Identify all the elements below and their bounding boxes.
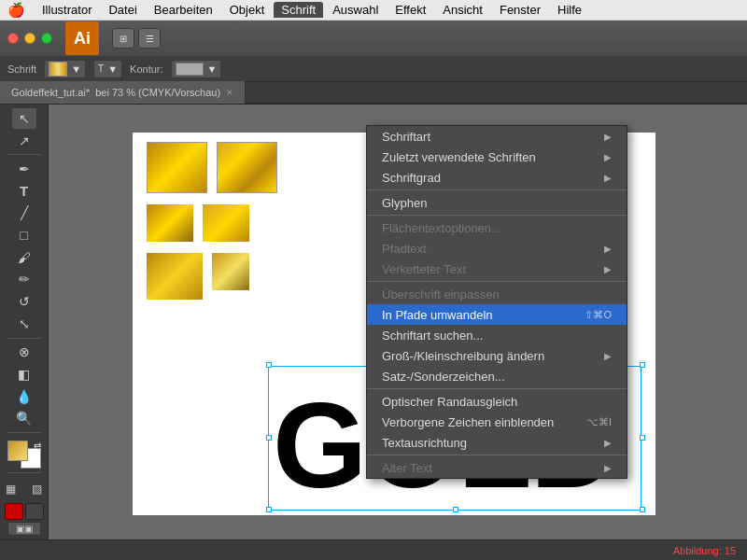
menu-item-schriftgrad[interactable]: Schriftgrad▶ xyxy=(367,167,627,188)
new-artboard-btn[interactable]: ⊞ xyxy=(112,28,134,49)
normal-screen-icon[interactable] xyxy=(5,503,23,520)
menu-item-label: Alter Text xyxy=(382,461,604,475)
window-controls xyxy=(7,33,52,44)
handle-bl[interactable] xyxy=(266,507,272,512)
swatch-2[interactable] xyxy=(217,142,277,193)
type-tool[interactable]: T xyxy=(12,181,36,202)
menu-item-schriftart[interactable]: Schriftart▶ xyxy=(367,126,627,147)
menu-bearbeiten[interactable]: Bearbeiten xyxy=(147,2,220,18)
font-selector[interactable]: ▼ xyxy=(44,60,86,78)
alt-screen-icon[interactable] xyxy=(25,503,44,520)
menu-item-optischer-randausgleich[interactable]: Optischer Randausgleich xyxy=(367,391,627,412)
menu-schrift[interactable]: Schrift xyxy=(274,2,323,18)
pen-tool[interactable]: ✒ xyxy=(12,159,36,179)
handle-ml[interactable] xyxy=(266,435,272,441)
tab-close-icon[interactable]: ✕ xyxy=(226,88,233,97)
menu-fenster[interactable]: Fenster xyxy=(492,2,548,18)
maximize-button[interactable] xyxy=(41,33,52,44)
eyedropper-tool[interactable]: 💧 xyxy=(12,386,36,407)
handle-mr[interactable] xyxy=(640,435,645,441)
menu-item-in-pfade-umwandeln[interactable]: In Pfade umwandeln⇧⌘O xyxy=(367,304,627,325)
apple-menu[interactable]: 🍎 xyxy=(7,2,25,19)
gradient-tool[interactable]: ◧ xyxy=(12,364,36,385)
title-bar: Ai ⊞ ☰ xyxy=(0,21,747,56)
bar-chart-icon[interactable]: ▦ xyxy=(0,477,23,501)
shape-tool[interactable]: □ xyxy=(12,225,36,245)
menu-item-zuletzt-verwendete-schriften[interactable]: Zuletzt verwendete Schriften▶ xyxy=(367,147,627,167)
left-toolbar: ↖ ↗ ✒ T ╱ □ 🖌 ✏ ↺ ⤡ ⊗ ◧ 💧 🔍 ⇄ ▦ ▨ ▣▣ xyxy=(0,105,49,539)
menu-hilfe[interactable]: Hilfe xyxy=(550,2,589,18)
menu-item-verborgene-zeichen-einblenden[interactable]: Verborgene Zeichen einblenden⌥⌘I xyxy=(367,412,627,432)
tool-separator-2 xyxy=(7,338,41,339)
close-button[interactable] xyxy=(7,33,19,44)
tab-zoom: bei 73 % (CMYK/Vorschau) xyxy=(95,87,220,98)
menu-item-arrow-icon: ▶ xyxy=(604,463,612,473)
menu-separator-5 xyxy=(367,215,627,216)
kontur-label: Kontur: xyxy=(130,63,162,75)
kontur-selector[interactable]: ▼ xyxy=(171,60,222,78)
canvas-area: GOLD Schriftart▶Zuletzt verwendete Schri… xyxy=(49,105,747,539)
handle-tl[interactable] xyxy=(266,362,272,368)
menu-item-verketteter-text: Verketteter Text▶ xyxy=(367,259,627,279)
menu-item-label: Flächentextoptionen... xyxy=(382,221,612,235)
handle-br[interactable] xyxy=(640,507,645,512)
handle-bm[interactable] xyxy=(453,507,458,512)
menu-item-arrow-icon: ▶ xyxy=(604,132,612,142)
blend-tool[interactable]: ⊗ xyxy=(12,342,36,362)
swatch-5[interactable] xyxy=(147,253,203,300)
menu-item-arrow-icon: ▶ xyxy=(604,244,612,254)
menu-objekt[interactable]: Objekt xyxy=(222,2,273,18)
pencil-tool[interactable]: ✏ xyxy=(12,270,36,290)
menu-auswahl[interactable]: Auswahl xyxy=(325,2,386,18)
minimize-button[interactable] xyxy=(24,33,35,44)
menu-item-label: Pfadtext xyxy=(382,242,604,256)
menu-item-label: Verketteter Text xyxy=(382,262,604,276)
swap-colors-icon[interactable]: ⇄ xyxy=(34,441,41,451)
menu-item-gro---kleinschreibung--ndern[interactable]: Groß-/Kleinschreibung ändern▶ xyxy=(367,345,627,366)
selection-tool[interactable]: ↖ xyxy=(12,108,36,129)
rotate-tool[interactable]: ↺ xyxy=(12,291,36,312)
font-color-swatch xyxy=(49,62,67,77)
view-mode-buttons: ▦ ▨ xyxy=(0,477,49,501)
menu-item-label: Schriftart xyxy=(382,130,604,144)
menu-item-arrow-icon: ▶ xyxy=(604,351,612,361)
menu-item-label: Textausrichtung xyxy=(382,436,604,450)
foreground-color-box[interactable] xyxy=(7,441,28,461)
menu-item-glyphen[interactable]: Glyphen xyxy=(367,192,627,213)
menu-item-label: Schriftgrad xyxy=(382,171,604,185)
menu-item-pfadtext: Pfadtext▶ xyxy=(367,238,627,259)
zoom-tool[interactable]: 🔍 xyxy=(12,408,36,428)
menu-effekt[interactable]: Effekt xyxy=(388,2,433,18)
color-boxes[interactable]: ⇄ xyxy=(7,441,41,469)
menu-ansicht[interactable]: Ansicht xyxy=(435,2,490,18)
menu-item-arrow-icon: ▶ xyxy=(604,264,612,274)
ai-logo: Ai xyxy=(65,21,99,55)
app-icon: Ai xyxy=(65,21,99,55)
menu-datei[interactable]: Datei xyxy=(101,2,144,18)
menu-item-label: Satz-/Sonderzeichen... xyxy=(382,370,612,384)
scale-tool[interactable]: ⤡ xyxy=(12,314,36,334)
swatch-4[interactable] xyxy=(203,204,249,242)
menu-separator-9 xyxy=(367,281,627,282)
font-style-selector[interactable]: T▼ xyxy=(93,60,122,78)
menu-item-textausrichtung[interactable]: Textausrichtung▶ xyxy=(367,432,627,453)
screen-mode-toggle[interactable]: ▣▣ xyxy=(7,522,41,536)
paintbrush-tool[interactable]: 🖌 xyxy=(12,247,36,268)
swatch-row-3 xyxy=(147,253,277,300)
direct-selection-tool[interactable]: ↗ xyxy=(12,131,36,151)
document-tab[interactable]: Goldeffekt_tut.ai* bei 73 % (CMYK/Vorsch… xyxy=(0,81,246,104)
menu-item-satz--sonderzeichen---[interactable]: Satz-/Sonderzeichen... xyxy=(367,366,627,386)
arrange-btn[interactable]: ☰ xyxy=(138,28,161,49)
handle-tr[interactable] xyxy=(640,362,645,368)
line-tool[interactable]: ╱ xyxy=(12,203,36,224)
main-area: ↖ ↗ ✒ T ╱ □ 🖌 ✏ ↺ ⤡ ⊗ ◧ 💧 🔍 ⇄ ▦ ▨ ▣▣ xyxy=(0,105,747,539)
swatch-6[interactable] xyxy=(212,253,249,290)
swatch-1[interactable] xyxy=(147,142,207,193)
menu-illustrator[interactable]: Illustrator xyxy=(35,2,99,18)
status-text: Abbildung: 15 xyxy=(673,545,736,556)
swatch-3[interactable] xyxy=(147,204,193,242)
menu-item-schriftart-suchen---[interactable]: Schriftart suchen... xyxy=(367,325,627,345)
graph-icon[interactable]: ▨ xyxy=(25,477,49,501)
menu-item-arrow-icon: ▶ xyxy=(604,438,612,448)
toolbar-icons: ⊞ ☰ xyxy=(112,28,161,49)
